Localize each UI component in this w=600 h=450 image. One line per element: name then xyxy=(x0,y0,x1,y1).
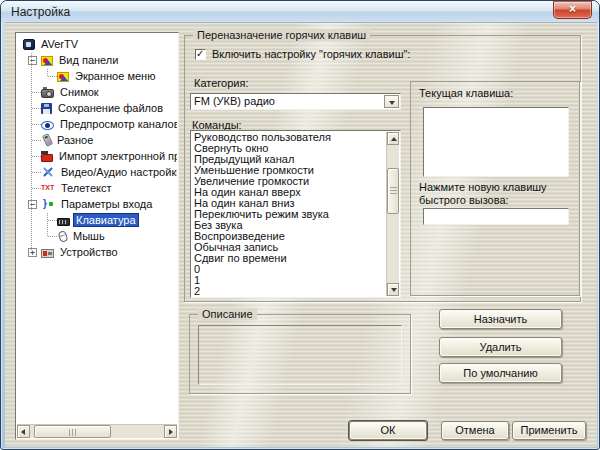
tree-item-label[interactable]: Разное xyxy=(54,133,96,147)
tree-item-label[interactable]: Телетекст xyxy=(58,181,115,195)
chevron-down-icon[interactable] xyxy=(384,95,399,108)
import-icon xyxy=(41,154,53,162)
hotkey-group: Переназначение горячих клавиш Включить н… xyxy=(184,35,581,302)
settings-window: Настройка × AVerTV−Вид панелиЭкранное ме… xyxy=(0,0,600,450)
cancel-button[interactable]: Отмена xyxy=(441,421,509,440)
scroll-down-icon[interactable] xyxy=(387,283,399,296)
tree-item-label[interactable]: Устройство xyxy=(57,245,121,259)
description-group-title: Описание xyxy=(198,308,257,320)
expander-plus-icon[interactable]: + xyxy=(28,248,37,257)
input-icon xyxy=(41,198,55,211)
hotkey-group-title: Переназначение горячих клавиш xyxy=(193,29,370,41)
enable-hotkeys-label: Включить настройку "горячих клавиш": xyxy=(212,48,410,60)
save-icon xyxy=(41,103,52,114)
tree-item-label[interactable]: Клавиатура xyxy=(73,213,139,227)
tree-connector-line xyxy=(32,140,41,141)
tree-connector-line xyxy=(32,188,41,189)
tree-item[interactable]: Клавиатура xyxy=(17,212,177,228)
description-group: Описание xyxy=(189,314,411,394)
tree-item-label[interactable]: Сохранение файлов xyxy=(55,101,166,115)
assign-button[interactable]: Назначить xyxy=(439,309,562,329)
current-key-box xyxy=(423,107,569,177)
tree-item-label[interactable]: Экранное меню xyxy=(72,69,158,83)
tree-item[interactable]: Видео/Аудио настройки xyxy=(17,164,177,180)
tree-item-label[interactable]: Снимок xyxy=(57,85,102,99)
tree-connector-line xyxy=(48,220,57,221)
description-content xyxy=(198,325,402,385)
tree-item[interactable]: Предпросмотр каналов xyxy=(17,116,177,132)
ok-button[interactable]: ОК xyxy=(349,421,427,440)
settings-tree-rows: AVerTV−Вид панелиЭкранное менюСнимокСохр… xyxy=(17,34,177,423)
expander-minus-icon[interactable]: − xyxy=(28,200,37,209)
tree-connector-line xyxy=(32,156,41,157)
tree-guide-line xyxy=(47,213,48,237)
tree-item[interactable]: Экранное меню xyxy=(17,68,177,84)
tree-item[interactable]: Мышь xyxy=(17,228,177,244)
commands-listbox[interactable]: Руководство пользователяСвернуть окноПре… xyxy=(190,130,401,298)
tree-connector-line xyxy=(32,172,41,173)
tree-connector-line xyxy=(32,92,41,93)
panel-icon xyxy=(41,56,53,66)
tools-icon xyxy=(41,166,55,179)
default-button[interactable]: По умолчанию xyxy=(439,363,562,383)
close-icon[interactable]: × xyxy=(553,1,592,19)
tree-item[interactable]: Импорт электронной прог xyxy=(17,148,177,164)
tree-connector-line xyxy=(48,236,57,237)
tree-item-label[interactable]: Импорт электронной прог xyxy=(56,149,177,163)
tree-guide-line xyxy=(31,53,32,251)
enable-hotkeys-checkbox[interactable] xyxy=(195,49,206,60)
category-value: FM (УКВ) радио xyxy=(194,95,275,108)
keyboard-icon xyxy=(57,218,70,226)
commands-list: Руководство пользователяСвернуть окноПре… xyxy=(192,132,385,296)
tree-item-label[interactable]: AVerTV xyxy=(38,37,81,51)
tree-item-label[interactable]: Мышь xyxy=(70,229,108,243)
scroll-left-icon[interactable] xyxy=(17,425,30,438)
tree-item-label[interactable]: Параметры входа xyxy=(58,197,155,211)
command-item[interactable]: Сдвиг по времени xyxy=(192,253,385,264)
command-item[interactable]: 0 xyxy=(192,264,385,275)
scroll-right-icon[interactable] xyxy=(164,425,177,438)
avertv-icon xyxy=(23,39,35,50)
key-assignment-panel: Текущая клавиша: Нажмите новую клавишу б… xyxy=(410,81,580,296)
new-key-label: Нажмите новую клавишу быстрого вызова: xyxy=(419,181,575,207)
category-combobox[interactable]: FM (УКВ) радио xyxy=(190,93,401,110)
current-key-label: Текущая клавиша: xyxy=(419,87,513,99)
settings-tree[interactable]: AVerTV−Вид панелиЭкранное менюСнимокСохр… xyxy=(15,32,179,440)
tree-item[interactable]: −Параметры входа xyxy=(17,196,177,212)
remove-button[interactable]: Удалить xyxy=(439,337,562,357)
command-item[interactable]: 2 xyxy=(192,286,385,296)
tree-item[interactable]: Телетекст xyxy=(17,180,177,196)
tree-connector-line xyxy=(32,108,41,109)
tree-item-label[interactable]: Вид панели xyxy=(56,53,121,67)
tree-item[interactable]: Снимок xyxy=(17,84,177,100)
panel-icon xyxy=(57,72,69,82)
eye-icon xyxy=(41,121,54,130)
tree-item[interactable]: Сохранение файлов xyxy=(17,100,177,116)
commands-vertical-scrollbar[interactable] xyxy=(386,132,399,296)
scrollbar-thumb[interactable] xyxy=(34,425,111,438)
expander-minus-icon[interactable]: − xyxy=(28,56,37,65)
tree-horizontal-scrollbar[interactable] xyxy=(17,424,177,438)
tree-item-label[interactable]: Предпросмотр каналов xyxy=(57,117,177,131)
tree-item-label[interactable]: Видео/Аудио настройки xyxy=(58,165,177,179)
tree-item[interactable]: −Вид панели xyxy=(17,52,177,68)
scroll-up-icon[interactable] xyxy=(387,132,399,145)
new-key-input[interactable] xyxy=(423,208,569,225)
tree-item[interactable]: Разное xyxy=(17,132,177,148)
tree-item[interactable]: AVerTV xyxy=(17,36,177,52)
scrollbar-thumb[interactable] xyxy=(387,168,399,214)
txt-icon xyxy=(41,182,55,195)
device-icon xyxy=(41,249,54,258)
window-title: Настройка xyxy=(11,5,70,19)
tree-item[interactable]: +Устройство xyxy=(17,244,177,260)
camera-icon xyxy=(41,89,54,98)
scrollbar-grip xyxy=(390,187,397,195)
titlebar[interactable]: Настройка × xyxy=(1,1,599,22)
tree-connector-line xyxy=(48,76,57,77)
scrollbar-grip xyxy=(69,429,78,436)
command-item[interactable]: 1 xyxy=(192,275,385,286)
apply-button[interactable]: Применить xyxy=(512,421,586,440)
tree-connector-line xyxy=(32,124,41,125)
category-label: Категория: xyxy=(194,77,248,89)
mouse-icon xyxy=(57,230,68,243)
